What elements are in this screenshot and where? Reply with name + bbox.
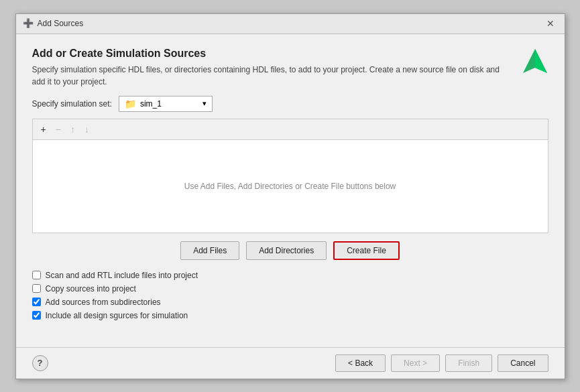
- dialog-footer: ? < Back Next > Finish Cancel: [16, 347, 565, 379]
- close-button[interactable]: ✕: [543, 17, 558, 29]
- include-design-sources-label: Include all design sgurces for simulatio…: [46, 311, 188, 320]
- create-file-button[interactable]: Create File: [333, 241, 400, 260]
- dialog-icon: ➕: [23, 18, 34, 29]
- checkboxes-section: Scan and add RTL include files into proj…: [32, 271, 548, 320]
- move-down-toolbar-button[interactable]: ↓: [80, 122, 93, 137]
- sim-set-label: Specify simulation set:: [32, 99, 112, 109]
- checkbox-row-1: Scan and add RTL include files into proj…: [32, 271, 548, 280]
- dialog-body: Add or Create Simulation Sources Specify…: [16, 34, 565, 347]
- down-arrow-icon: ↓: [84, 124, 89, 135]
- dialog-header-text: Add or Create Simulation Sources Specify…: [32, 48, 511, 88]
- plus-icon: +: [41, 124, 46, 135]
- checkbox-row-2: Copy sources into project: [32, 284, 548, 293]
- add-from-subdirs-label: Add sources from subdirectories: [46, 298, 161, 307]
- svg-marker-1: [535, 49, 547, 73]
- sim-set-value: sim_1: [140, 99, 162, 109]
- folder-icon: 📁: [125, 99, 136, 109]
- add-files-button[interactable]: Add Files: [180, 241, 239, 260]
- action-buttons-row: Add Files Add Directories Create File: [32, 241, 548, 260]
- vivado-logo-icon: [522, 48, 548, 74]
- add-from-subdirs-checkbox[interactable]: [32, 298, 41, 306]
- scan-rtl-label: Scan and add RTL include files into proj…: [46, 271, 198, 280]
- remove-file-toolbar-button[interactable]: −: [52, 122, 65, 137]
- back-button[interactable]: < Back: [335, 354, 386, 372]
- up-arrow-icon: ↑: [70, 124, 75, 135]
- next-button[interactable]: Next >: [391, 354, 440, 372]
- title-bar-left: ➕ Add Sources: [23, 18, 84, 29]
- minus-icon: −: [56, 124, 61, 135]
- add-file-toolbar-button[interactable]: +: [37, 122, 50, 137]
- cancel-button[interactable]: Cancel: [498, 354, 548, 372]
- file-list-placeholder: Use Add Files, Add Directories or Create…: [184, 182, 396, 191]
- finish-button[interactable]: Finish: [445, 354, 492, 372]
- copy-sources-label: Copy sources into project: [46, 284, 136, 293]
- scan-rtl-checkbox[interactable]: [32, 271, 41, 279]
- copy-sources-checkbox[interactable]: [32, 284, 41, 293]
- header-description: Specify simulation specific HDL files, o…: [32, 64, 511, 88]
- checkbox-row-4: Include all design sgurces for simulatio…: [32, 311, 548, 320]
- sim-set-dropdown[interactable]: 📁 sim_1 ▾: [119, 96, 213, 112]
- dialog-title-text: Add Sources: [38, 19, 84, 28]
- help-button[interactable]: ?: [32, 355, 48, 371]
- dropdown-arrow-icon: ▾: [202, 99, 207, 108]
- add-directories-button[interactable]: Add Directories: [246, 241, 327, 260]
- file-list-area: Use Add Files, Add Directories or Create…: [32, 139, 548, 233]
- header-title: Add or Create Simulation Sources: [32, 48, 511, 60]
- move-up-toolbar-button[interactable]: ↑: [66, 122, 79, 137]
- file-list-toolbar: + − ↑ ↓: [32, 119, 548, 139]
- nav-buttons: < Back Next > Finish Cancel: [335, 354, 548, 372]
- checkbox-row-3: Add sources from subdirectories: [32, 298, 548, 307]
- dialog-header: Add or Create Simulation Sources Specify…: [32, 48, 548, 88]
- include-design-sources-checkbox[interactable]: [32, 311, 41, 320]
- sim-set-row: Specify simulation set: 📁 sim_1 ▾: [32, 96, 548, 112]
- add-sources-dialog: ➕ Add Sources ✕ Add or Create Simulation…: [15, 13, 565, 379]
- title-bar: ➕ Add Sources ✕: [16, 14, 565, 34]
